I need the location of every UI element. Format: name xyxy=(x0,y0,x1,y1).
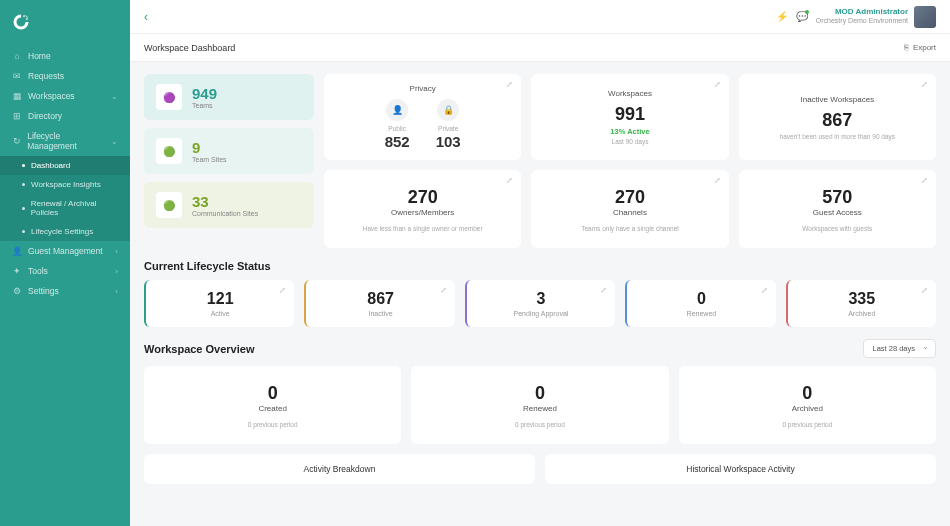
logo[interactable] xyxy=(0,8,130,36)
status-active: ⤢121Active xyxy=(144,280,294,327)
page-title: Workspace Dashboard xyxy=(144,43,235,53)
card-num: 570 xyxy=(822,187,852,208)
historical-activity-card: Historical Workspace Activity xyxy=(545,454,936,484)
open-icon[interactable]: ⤢ xyxy=(761,286,768,295)
teams-icon: 🟣 xyxy=(156,84,182,110)
card-owners: ⤢ 270 Owners/Members Have less than a si… xyxy=(324,170,521,248)
tile-team-sites[interactable]: 🟢 9Team Sites xyxy=(144,128,314,174)
card-sub: haven't been used in more than 90 days xyxy=(780,133,895,140)
tile-teams[interactable]: 🟣 949Teams xyxy=(144,74,314,120)
card-workspaces: ⤢ Workspaces 991 13% Active Last 90 days xyxy=(531,74,728,160)
nav-label: Requests xyxy=(28,71,64,81)
private-icon: 🔒 xyxy=(437,99,459,121)
date-range-dropdown[interactable]: Last 28 days xyxy=(863,339,936,358)
directory-icon: ⊞ xyxy=(12,111,22,121)
orchestry-logo-icon xyxy=(12,13,30,31)
tile-num: 949 xyxy=(192,85,217,102)
user-env: Orchestry Demo Environment xyxy=(816,17,908,25)
nav-sub-label: Renewal / Archival Policies xyxy=(31,199,118,217)
main: ‹ ⚡ 💬 MOD Administrator Orchestry Demo E… xyxy=(130,0,950,526)
home-icon: ⌂ xyxy=(12,51,22,61)
bolt-icon[interactable]: ⚡ xyxy=(776,11,788,22)
nav-directory[interactable]: ⊞Directory xyxy=(0,106,130,126)
tile-label: Team Sites xyxy=(192,156,227,163)
open-icon[interactable]: ⤢ xyxy=(714,176,721,185)
card-title: Owners/Members xyxy=(391,208,454,217)
nav-settings[interactable]: ⚙Settings› xyxy=(0,281,130,301)
sidebar: ⌂Home ✉Requests ▦Workspaces⌄ ⊞Directory … xyxy=(0,0,130,526)
tile-comm-sites[interactable]: 🟢 33Communication Sites xyxy=(144,182,314,228)
status-pending: ⤢3Pending Approval xyxy=(465,280,615,327)
nav-requests[interactable]: ✉Requests xyxy=(0,66,130,86)
avatar xyxy=(914,6,936,28)
gear-icon: ⚙ xyxy=(12,286,22,296)
open-icon[interactable]: ⤢ xyxy=(714,80,721,89)
open-icon[interactable]: ⤢ xyxy=(921,286,928,295)
section-heading-lifecycle: Current Lifecycle Status xyxy=(144,260,936,272)
chevron-right-icon: › xyxy=(115,267,118,276)
card-num: 991 xyxy=(615,104,645,125)
nav-sub-label: Dashboard xyxy=(31,161,70,170)
guest-icon: 👤 xyxy=(12,246,22,256)
export-button[interactable]: ⎘Export xyxy=(904,43,936,52)
nav-sub-label: Lifecycle Settings xyxy=(31,227,93,236)
open-icon[interactable]: ⤢ xyxy=(506,80,513,89)
requests-icon: ✉ xyxy=(12,71,22,81)
nav-sub-lc-settings[interactable]: Lifecycle Settings xyxy=(0,222,130,241)
card-num: 270 xyxy=(408,187,438,208)
card-title: Workspaces xyxy=(608,89,652,98)
card-sub: Teams only have a single channel xyxy=(581,225,679,232)
sharepoint-icon: 🟢 xyxy=(156,192,182,218)
nav-guest[interactable]: 👤Guest Management› xyxy=(0,241,130,261)
nav-sub-label: Workspace Insights xyxy=(31,180,101,189)
status-inactive: ⤢867Inactive xyxy=(304,280,454,327)
open-icon[interactable]: ⤢ xyxy=(921,80,928,89)
nav: ⌂Home ✉Requests ▦Workspaces⌄ ⊞Directory … xyxy=(0,46,130,526)
card-num: 270 xyxy=(615,187,645,208)
public-icon: 👤 xyxy=(386,99,408,121)
card-channels: ⤢ 270 Channels Teams only have a single … xyxy=(531,170,728,248)
nav-label: Home xyxy=(28,51,51,61)
sharepoint-icon: 🟢 xyxy=(156,138,182,164)
nav-sub-dashboard[interactable]: Dashboard xyxy=(0,156,130,175)
nav-sub-policies[interactable]: Renewal / Archival Policies xyxy=(0,194,130,222)
open-icon[interactable]: ⤢ xyxy=(506,176,513,185)
nav-label: Tools xyxy=(28,266,48,276)
content: 🟣 949Teams 🟢 9Team Sites 🟢 33Communicati… xyxy=(130,62,950,526)
nav-lifecycle[interactable]: ↻Lifecycle Management⌄ xyxy=(0,126,130,156)
nav-tools[interactable]: ✦Tools› xyxy=(0,261,130,281)
card-title: Channels xyxy=(613,208,647,217)
notifications-icon[interactable]: 💬 xyxy=(796,11,808,22)
chevron-right-icon: › xyxy=(115,247,118,256)
open-icon[interactable]: ⤢ xyxy=(921,176,928,185)
sidebar-collapse-button[interactable]: ‹ xyxy=(144,10,148,24)
tile-num: 33 xyxy=(192,193,258,210)
export-icon: ⎘ xyxy=(904,43,909,52)
card-sub: Last 90 days xyxy=(612,138,649,145)
nav-home[interactable]: ⌂Home xyxy=(0,46,130,66)
nav-label: Directory xyxy=(28,111,62,121)
activity-breakdown-card: Activity Breakdown xyxy=(144,454,535,484)
card-sub: Workspaces with guests xyxy=(802,225,872,232)
card-title: Inactive Workspaces xyxy=(800,95,874,104)
card-active: 13% Active xyxy=(610,127,649,136)
section-heading-overview: Workspace Overview xyxy=(144,343,254,355)
tools-icon: ✦ xyxy=(12,266,22,276)
chevron-down-icon: ⌄ xyxy=(111,137,118,146)
tile-num: 9 xyxy=(192,139,227,156)
overview-created: 0Created0 previous period xyxy=(144,366,401,444)
status-renewed: ⤢0Renewed xyxy=(625,280,775,327)
workspaces-icon: ▦ xyxy=(12,91,22,101)
open-icon[interactable]: ⤢ xyxy=(279,286,286,295)
nav-workspaces[interactable]: ▦Workspaces⌄ xyxy=(0,86,130,106)
card-num: 867 xyxy=(822,110,852,131)
chevron-down-icon: ⌄ xyxy=(111,92,118,101)
overview-renewed: 0Renewed0 previous period xyxy=(411,366,668,444)
user-menu[interactable]: MOD Administrator Orchestry Demo Environ… xyxy=(816,6,936,28)
nav-label: Workspaces xyxy=(28,91,75,101)
open-icon[interactable]: ⤢ xyxy=(440,286,447,295)
nav-sub-insights[interactable]: Workspace Insights xyxy=(0,175,130,194)
card-privacy: ⤢ Privacy 👤Public852 🔒Private103 xyxy=(324,74,521,160)
lifecycle-icon: ↻ xyxy=(12,136,21,146)
open-icon[interactable]: ⤢ xyxy=(600,286,607,295)
